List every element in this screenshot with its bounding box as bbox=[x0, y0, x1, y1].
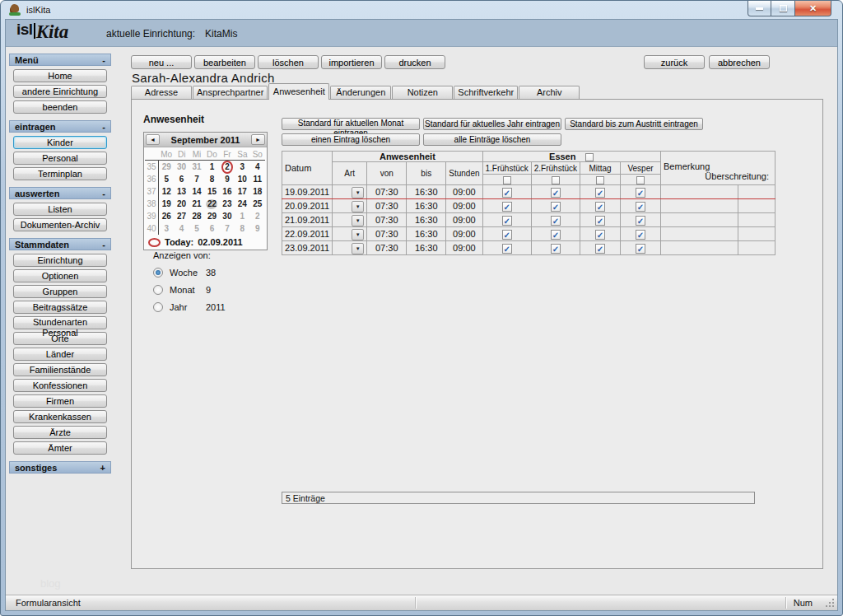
mittag-select-all-checkbox[interactable] bbox=[596, 176, 604, 184]
einen-eintrag-loeschen-button[interactable]: einen Eintrag löschen bbox=[282, 133, 420, 146]
calendar-day[interactable]: 22 bbox=[204, 198, 219, 210]
collapse-icon[interactable]: - bbox=[102, 189, 105, 198]
cell-von[interactable]: 07:30 bbox=[367, 199, 407, 213]
calendar-prev-button[interactable]: ◄ bbox=[146, 134, 160, 145]
cell-bis[interactable]: 16:30 bbox=[407, 227, 446, 241]
sidebar-section-stammdaten[interactable]: Stammdaten- bbox=[9, 238, 111, 250]
cell-stunden[interactable]: 09:00 bbox=[446, 199, 482, 213]
art-dropdown-icon[interactable]: ▼ bbox=[352, 229, 364, 240]
collapse-icon[interactable]: - bbox=[102, 122, 105, 132]
neu-button[interactable]: neu ... bbox=[131, 55, 192, 69]
cell-von[interactable]: 07:30 bbox=[367, 213, 407, 227]
calendar-day[interactable]: 25 bbox=[250, 198, 265, 210]
art-dropdown-icon[interactable]: ▼ bbox=[352, 187, 364, 198]
cell-datum[interactable]: 22.09.2011 bbox=[282, 227, 333, 241]
sidebar-item-laender[interactable]: Länder bbox=[13, 348, 107, 361]
calendar-day[interactable]: 29 bbox=[159, 161, 174, 173]
meal-checkbox[interactable]: ✓ bbox=[551, 216, 561, 226]
calendar-day[interactable]: 9 bbox=[250, 222, 265, 235]
calendar-today-row[interactable]: Today: 02.09.2011 bbox=[144, 235, 267, 250]
calendar-day[interactable]: 30 bbox=[220, 210, 235, 222]
sidebar-item-aemter[interactable]: Ämter bbox=[13, 441, 107, 455]
calendar-day[interactable]: 2 bbox=[220, 161, 235, 173]
meal-checkbox[interactable]: ✓ bbox=[502, 244, 512, 254]
calendar-day[interactable]: 7 bbox=[220, 222, 235, 235]
cell-von[interactable]: 07:30 bbox=[367, 241, 407, 255]
calendar-day[interactable]: 4 bbox=[250, 161, 265, 173]
radio-monat[interactable]: Monat9 bbox=[153, 284, 226, 295]
sidebar-item-terminplan[interactable]: Terminplan bbox=[13, 167, 107, 180]
minimize-button[interactable] bbox=[748, 1, 771, 16]
cell-datum[interactable]: 19.09.2011 bbox=[282, 185, 333, 199]
calendar-day[interactable]: 7 bbox=[189, 173, 204, 185]
calendar-day[interactable]: 30 bbox=[174, 161, 189, 173]
calendar-day[interactable]: 20 bbox=[174, 198, 189, 210]
calendar-day[interactable]: 12 bbox=[159, 185, 174, 198]
tab-anwesenheit[interactable]: Anwesenheit bbox=[268, 83, 329, 100]
cell-datum[interactable]: 20.09.2011 bbox=[282, 199, 333, 213]
calendar-day[interactable]: 21 bbox=[189, 198, 204, 210]
sidebar-item-aerzte[interactable]: Ärzte bbox=[13, 426, 107, 439]
sidebar-item-dokumenten-archiv[interactable]: Dokumenten-Archiv bbox=[13, 218, 107, 231]
meal-checkbox[interactable]: ✓ bbox=[551, 202, 561, 212]
art-dropdown-icon[interactable]: ▼ bbox=[352, 215, 364, 226]
sidebar-section-eintragen[interactable]: eintragen- bbox=[9, 120, 111, 133]
calendar-day[interactable]: 15 bbox=[204, 185, 219, 198]
cell-bemerkung[interactable] bbox=[661, 213, 738, 227]
calendar-day[interactable]: 23 bbox=[220, 198, 235, 210]
sidebar-item-stundenarten-personal[interactable]: Stundenarten Personal bbox=[13, 316, 107, 329]
calendar-day[interactable]: 13 bbox=[174, 185, 189, 198]
calendar-day[interactable]: 3 bbox=[159, 222, 174, 235]
radio-woche[interactable]: Woche38 bbox=[153, 267, 226, 278]
meal-checkbox[interactable]: ✓ bbox=[636, 244, 645, 254]
meal-checkbox[interactable]: ✓ bbox=[502, 202, 512, 212]
art-dropdown-icon[interactable]: ▼ bbox=[352, 243, 364, 254]
abbrechen-button[interactable]: abbrechen bbox=[709, 55, 770, 69]
meal-checkbox[interactable]: ✓ bbox=[502, 216, 512, 226]
meal-checkbox[interactable]: ✓ bbox=[595, 244, 605, 254]
1-fruehstueck-select-all-checkbox[interactable] bbox=[503, 176, 511, 184]
standard-fuer-aktuellen-monat-eintragen-button[interactable]: Standard für aktuellen Monat eintragen bbox=[282, 118, 420, 130]
calendar-day[interactable]: 27 bbox=[174, 210, 189, 222]
cell-bis[interactable]: 16:30 bbox=[407, 199, 446, 213]
cell-stunden[interactable]: 09:00 bbox=[446, 241, 482, 255]
calendar-day[interactable]: 26 bbox=[159, 210, 174, 222]
cell-art[interactable]: ▼ bbox=[333, 227, 367, 241]
cell-bemerkung[interactable] bbox=[661, 199, 738, 213]
expand-icon[interactable]: + bbox=[100, 463, 105, 473]
sidebar-item-firmen[interactable]: Firmen bbox=[13, 394, 107, 408]
sidebar-item-personal[interactable]: Personal bbox=[13, 152, 107, 165]
sidebar-item-beitragssaetze[interactable]: Beitragssätze bbox=[13, 301, 107, 314]
sidebar-item-krankenkassen[interactable]: Krankenkassen bbox=[13, 410, 107, 423]
importieren-button[interactable]: importieren bbox=[321, 55, 382, 69]
calendar-day[interactable]: 28 bbox=[189, 210, 204, 222]
title-bar[interactable]: islKita bbox=[1, 1, 842, 19]
tab-aenderungen[interactable]: Änderungen bbox=[330, 86, 391, 99]
meal-checkbox[interactable]: ✓ bbox=[636, 202, 645, 212]
sidebar-section-sonstiges[interactable]: sonstiges+ bbox=[9, 461, 111, 474]
loeschen-button[interactable]: löschen bbox=[258, 55, 319, 69]
tab-adresse[interactable]: Adresse bbox=[131, 86, 192, 99]
standard-fuer-aktuelles-jahr-eintragen-button[interactable]: Standard für aktuelles Jahr eintragen bbox=[423, 118, 561, 130]
cell-von[interactable]: 07:30 bbox=[367, 227, 407, 241]
calendar-next-button[interactable]: ► bbox=[251, 134, 265, 145]
zurueck-button[interactable]: zurück bbox=[644, 55, 705, 69]
calendar-day[interactable]: 11 bbox=[250, 173, 265, 185]
calendar-day[interactable]: 1 bbox=[235, 210, 249, 222]
calendar-day[interactable]: 14 bbox=[189, 185, 204, 198]
calendar-day[interactable]: 31 bbox=[189, 161, 204, 173]
radio-jahr[interactable]: Jahr2011 bbox=[153, 301, 226, 312]
sidebar-item-andere-einrichtung[interactable]: andere Einrichtung bbox=[13, 85, 107, 98]
sidebar-item-home[interactable]: Home bbox=[13, 69, 107, 82]
sidebar-item-beenden[interactable]: beenden bbox=[13, 100, 107, 114]
sidebar-item-gruppen[interactable]: Gruppen bbox=[13, 285, 107, 298]
calendar-day[interactable]: 4 bbox=[174, 222, 189, 235]
sidebar-item-konfessionen[interactable]: Konfessionen bbox=[13, 379, 107, 392]
meal-checkbox[interactable]: ✓ bbox=[595, 230, 605, 240]
radio-icon[interactable] bbox=[153, 302, 163, 312]
cell-art[interactable]: ▼ bbox=[333, 213, 367, 227]
cell-stunden[interactable]: 09:00 bbox=[446, 227, 482, 241]
radio-icon[interactable] bbox=[153, 268, 163, 278]
tab-ansprechpartner[interactable]: Ansprechpartner bbox=[193, 86, 268, 99]
cell-bis[interactable]: 16:30 bbox=[407, 213, 446, 227]
